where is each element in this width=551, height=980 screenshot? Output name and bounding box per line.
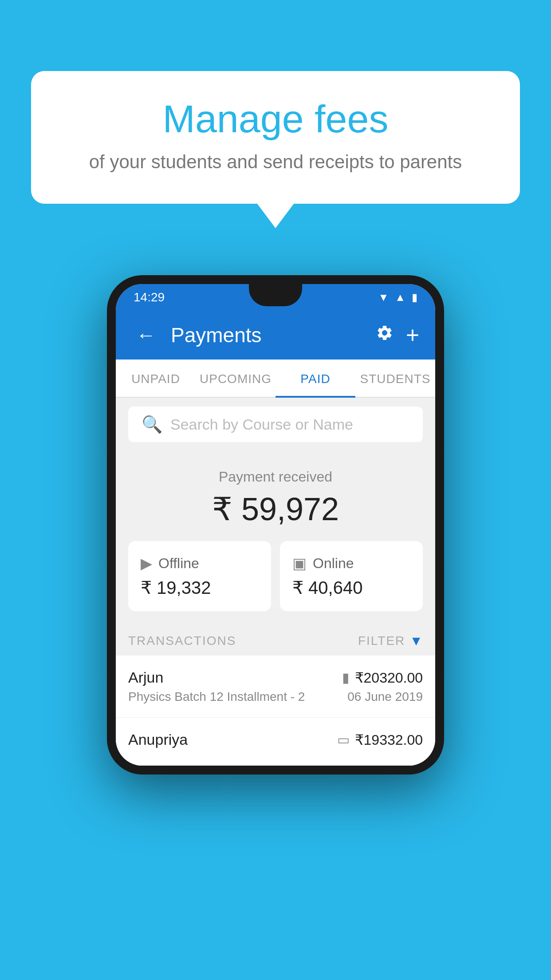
tab-paid[interactable]: PAID [276, 360, 355, 397]
speech-bubble: Manage fees of your students and send re… [31, 71, 520, 204]
search-icon: 🔍 [142, 415, 162, 434]
table-row[interactable]: Arjun ▮ ₹20320.00 Physics Batch 12 Insta… [116, 656, 435, 718]
gear-icon [376, 324, 394, 342]
transaction-name-2: Anupriya [128, 731, 188, 748]
bubble-title: Manage fees [67, 98, 484, 141]
search-container: 🔍 Search by Course or Name [116, 398, 435, 451]
phone-screen: 14:29 ▼ ▲ ▮ ← Payments + [116, 284, 435, 766]
transaction-amount-wrap-2: ▭ ₹19332.00 [337, 731, 423, 748]
phone-mockup: 14:29 ▼ ▲ ▮ ← Payments + [107, 275, 444, 775]
filter-label: FILTER [358, 634, 405, 648]
phone-notch [249, 284, 302, 306]
status-icons: ▼ ▲ ▮ [378, 291, 417, 304]
tab-students[interactable]: STUDENTS [355, 360, 435, 397]
online-label: Online [313, 555, 354, 572]
page-title: Payments [171, 323, 365, 347]
payment-cards: ▶ Offline ₹ 19,332 ▣ Online ₹ 40,640 [116, 541, 435, 624]
tab-unpaid[interactable]: UNPAID [116, 360, 196, 397]
filter-icon: ▼ [409, 633, 423, 648]
transaction-date: 06 June 2019 [347, 690, 423, 704]
transactions-list: Arjun ▮ ₹20320.00 Physics Batch 12 Insta… [116, 656, 435, 766]
online-icon: ▣ [292, 554, 307, 572]
table-row[interactable]: Anupriya ▭ ₹19332.00 [116, 718, 435, 766]
offline-label: Offline [158, 555, 199, 572]
offline-amount: ₹ 19,332 [141, 577, 259, 598]
online-amount: ₹ 40,640 [292, 577, 410, 598]
payment-received-section: Payment received ₹ 59,972 [116, 451, 435, 541]
transactions-label: TRANSACTIONS [128, 634, 236, 648]
bubble-subtitle: of your students and send receipts to pa… [67, 151, 484, 173]
cash-payment-icon: ▭ [337, 732, 350, 747]
payment-received-amount: ₹ 59,972 [128, 490, 423, 528]
app-bar-actions: + [376, 322, 419, 348]
phone-outer: 14:29 ▼ ▲ ▮ ← Payments + [107, 275, 444, 775]
payment-received-label: Payment received [128, 469, 423, 485]
tab-upcoming[interactable]: UPCOMING [196, 360, 276, 397]
card-payment-icon: ▮ [342, 670, 350, 685]
transaction-course: Physics Batch 12 Installment - 2 [128, 690, 305, 704]
transaction-row-bottom: Physics Batch 12 Installment - 2 06 June… [128, 690, 423, 704]
online-card-header: ▣ Online [292, 554, 410, 572]
transaction-amount: ₹20320.00 [355, 669, 423, 686]
transaction-amount-wrap: ▮ ₹20320.00 [342, 669, 423, 686]
search-placeholder: Search by Course or Name [170, 416, 353, 433]
transaction-row-top-2: Anupriya ▭ ₹19332.00 [128, 731, 423, 748]
filter-button[interactable]: FILTER ▼ [358, 633, 423, 648]
app-bar: ← Payments + [116, 311, 435, 360]
transactions-header: TRANSACTIONS FILTER ▼ [116, 624, 435, 656]
battery-icon: ▮ [412, 291, 417, 304]
settings-button[interactable] [376, 324, 394, 346]
offline-card: ▶ Offline ₹ 19,332 [128, 541, 271, 611]
back-button[interactable]: ← [132, 320, 160, 351]
status-bar: 14:29 ▼ ▲ ▮ [116, 284, 435, 311]
add-button[interactable]: + [406, 322, 419, 348]
offline-icon: ▶ [141, 554, 152, 572]
online-card: ▣ Online ₹ 40,640 [280, 541, 423, 611]
tabs-bar: UNPAID UPCOMING PAID STUDENTS [116, 360, 435, 398]
signal-icon: ▲ [395, 291, 405, 304]
transaction-name: Arjun [128, 669, 163, 686]
transaction-row-top: Arjun ▮ ₹20320.00 [128, 669, 423, 686]
transaction-amount-2: ₹19332.00 [355, 731, 423, 748]
offline-card-header: ▶ Offline [141, 554, 259, 572]
wifi-icon: ▼ [378, 291, 389, 304]
status-time: 14:29 [134, 290, 165, 304]
search-bar[interactable]: 🔍 Search by Course or Name [128, 407, 423, 442]
